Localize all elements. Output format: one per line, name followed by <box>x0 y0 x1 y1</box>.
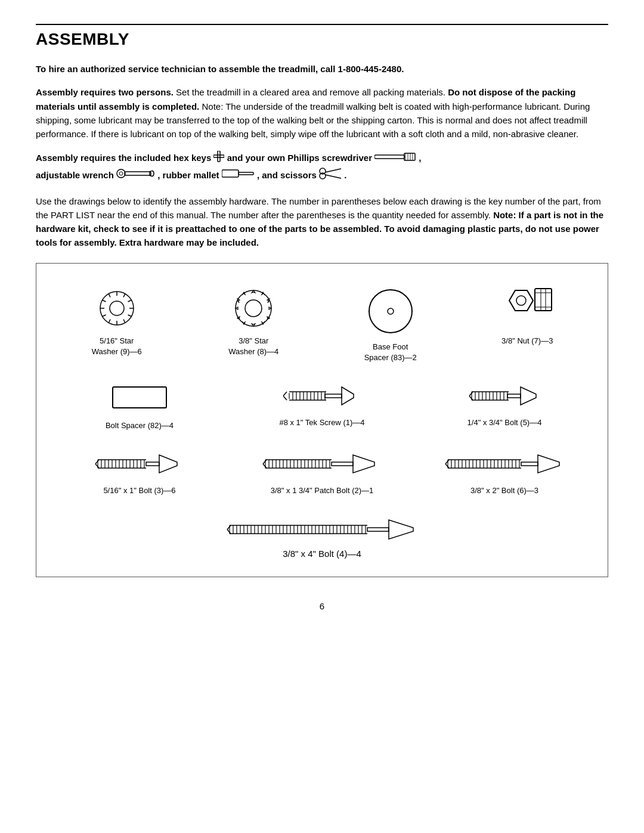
hardware-item-nut: 3/8" Nut (7)—3 <box>459 281 596 369</box>
svg-rect-113 <box>332 462 353 466</box>
hardware-item-bolt-spacer: Bolt Spacer (82)—4 <box>48 375 231 437</box>
hardware-item-patch-bolt: 3/8" x 1 3/4" Patch Bolt (2)—1 <box>231 443 413 502</box>
svg-point-9 <box>119 172 123 175</box>
svg-marker-35 <box>509 290 533 311</box>
svg-line-27 <box>102 315 106 317</box>
svg-rect-1 <box>213 155 224 157</box>
svg-line-71 <box>469 392 473 396</box>
tek-screw-label: #8 x 1" Tek Screw (1)—4 <box>279 417 364 428</box>
hardware-row-2: Bolt Spacer (82)—4 <box>48 375 596 437</box>
bolt-38-4-label: 3/8" x 4" Bolt (4)—4 <box>283 549 361 559</box>
svg-rect-11 <box>222 170 239 177</box>
svg-rect-70 <box>507 394 521 398</box>
svg-rect-89 <box>146 462 159 466</box>
tek-screw-icon <box>283 381 361 413</box>
nut-label: 3/8" Nut (7)—3 <box>501 336 553 346</box>
bolt-spacer-icon <box>107 381 172 416</box>
star-washer-516-icon <box>96 287 138 331</box>
call-text: To hire an authorized service technician… <box>36 64 404 74</box>
hardware-row-1: 5/16" StarWasher (9)—6 <box>48 281 596 369</box>
svg-line-115 <box>263 464 267 468</box>
hardware-item-bolt-38-4: 3/8" x 4" Bolt (4)—4 <box>222 508 422 565</box>
svg-point-8 <box>117 169 125 178</box>
svg-line-141 <box>445 464 449 468</box>
hardware-item-base-foot-spacer: Base FootSpacer (83)—2 <box>322 281 459 369</box>
svg-rect-10 <box>125 172 151 175</box>
bolt-516-1-label: 5/16" x 1" Bolt (3)—6 <box>103 485 175 496</box>
call-paragraph: To hire an authorized service technician… <box>36 62 608 76</box>
hardware-box: 5/16" StarWasher (9)—6 <box>36 263 608 578</box>
hardware-item-bolt-14-34: 1/4" x 3/4" Bolt (5)—4 <box>413 375 596 437</box>
svg-rect-56 <box>325 394 342 398</box>
svg-line-140 <box>445 460 449 464</box>
svg-line-20 <box>123 293 125 298</box>
hardware-item-star-washer-516: 5/16" StarWasher (9)—6 <box>48 281 185 369</box>
svg-point-31 <box>236 290 271 326</box>
bolt-14-34-label: 1/4" x 3/4" Bolt (5)—4 <box>467 417 542 428</box>
wrench-icon <box>116 167 155 185</box>
nut-icon <box>500 287 554 331</box>
bolt-516-1-icon <box>95 449 184 481</box>
intro-bold1: Assembly requires two persons. <box>36 87 174 97</box>
star-washer-516-label: 5/16" StarWasher (9)—6 <box>92 336 142 357</box>
svg-line-16 <box>325 175 341 178</box>
hardware-item-bolt-38-2: 3/8" x 2" Bolt (6)—3 <box>413 443 596 502</box>
page-title: ASSEMBLY <box>36 24 608 49</box>
svg-rect-139 <box>521 462 538 466</box>
svg-point-32 <box>245 300 262 317</box>
bolt-spacer-label: Bolt Spacer (82)—4 <box>106 420 174 431</box>
svg-rect-183 <box>367 528 389 531</box>
hardware-item-bolt-516-1: 5/16" x 1" Bolt (3)—6 <box>48 443 231 502</box>
bolt-14-34-icon <box>466 381 543 413</box>
svg-rect-2 <box>374 155 404 159</box>
svg-line-26 <box>109 319 110 323</box>
patch-bolt-label: 3/8" x 1 3/4" Patch Bolt (2)—1 <box>271 485 374 496</box>
svg-line-15 <box>325 169 341 172</box>
hardware-row-3: 5/16" x 1" Bolt (3)—6 <box>48 443 596 502</box>
svg-rect-12 <box>239 172 253 175</box>
svg-line-72 <box>469 396 473 400</box>
star-washer-38-label: 3/8" StarWasher (8)—4 <box>228 336 278 357</box>
svg-point-18 <box>110 301 124 315</box>
svg-point-17 <box>100 292 134 325</box>
bolt-38-4-icon <box>227 514 417 549</box>
hex-key-icon <box>213 151 224 168</box>
svg-line-24 <box>123 319 125 323</box>
hardware-item-star-washer-38: 3/8" StarWasher (8)—4 <box>185 281 323 369</box>
tools-text: Assembly requires the included hex keys … <box>36 153 422 180</box>
base-foot-spacer-icon <box>367 287 414 337</box>
svg-point-36 <box>516 296 526 305</box>
intro-text1: Set the treadmill in a cleared area and … <box>176 87 448 97</box>
svg-line-185 <box>227 529 231 534</box>
intro-paragraph: Assembly requires two persons. Set the t… <box>36 85 608 141</box>
bolt-38-2-icon <box>445 449 564 481</box>
description-paragraph: Use the drawings below to identify the a… <box>36 194 608 250</box>
svg-point-34 <box>388 308 394 314</box>
bolt-38-2-label: 3/8" x 2" Bolt (6)—3 <box>470 485 538 496</box>
hardware-item-tek-screw: #8 x 1" Tek Screw (1)—4 <box>231 375 413 437</box>
svg-line-30 <box>109 293 110 298</box>
svg-line-23 <box>128 315 132 317</box>
screwdriver-icon <box>374 151 416 167</box>
mallet-icon <box>222 167 255 185</box>
svg-rect-0 <box>218 151 220 162</box>
svg-line-21 <box>128 300 132 302</box>
svg-line-91 <box>95 464 99 468</box>
hardware-row-4: 3/8" x 4" Bolt (4)—4 <box>48 508 596 565</box>
svg-rect-3 <box>404 153 415 160</box>
svg-point-33 <box>369 290 412 333</box>
svg-line-184 <box>227 525 231 529</box>
svg-rect-42 <box>113 387 166 408</box>
page-number: 6 <box>36 601 608 611</box>
svg-line-114 <box>263 460 267 464</box>
svg-line-29 <box>102 300 106 302</box>
star-washer-38-icon <box>231 287 276 331</box>
base-foot-spacer-label: Base FootSpacer (83)—2 <box>364 342 417 363</box>
scissors-icon <box>319 167 342 185</box>
svg-line-90 <box>95 460 99 464</box>
patch-bolt-icon <box>262 449 382 481</box>
tools-paragraph: Assembly requires the included hex keys … <box>36 150 608 184</box>
